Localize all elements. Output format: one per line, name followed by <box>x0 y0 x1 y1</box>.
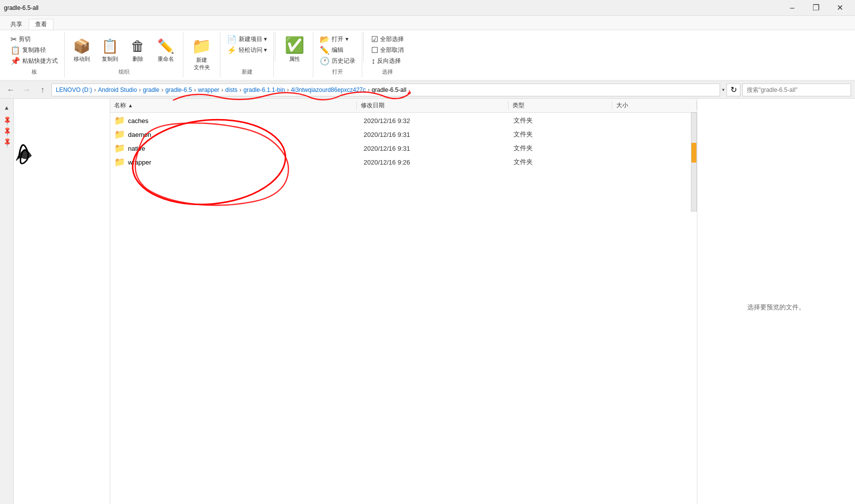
col-header-size[interactable]: 大小 <box>612 101 697 110</box>
scroll-thumb <box>691 143 696 163</box>
file-date-wrapper: 2020/12/16 9:26 <box>364 159 513 166</box>
select-all-icon: ☑ <box>371 36 378 43</box>
table-row[interactable]: 📁 caches 2020/12/16 9:32 文件夹 <box>110 114 697 127</box>
move-icon: 📦 <box>73 38 90 54</box>
file-type-native: 文件夹 <box>513 144 613 153</box>
sidebar-nav: ▲ 📌 📌 📌 <box>0 99 14 504</box>
search-input[interactable] <box>742 84 851 96</box>
title-bar: gradle-6.5-all – ❐ ✕ <box>0 0 855 16</box>
new-folder-buttons: 📁 新建文件夹 <box>187 34 216 74</box>
new-folder-button[interactable]: 📁 新建文件夹 <box>187 35 216 73</box>
table-row[interactable]: 📁 native 2020/12/16 9:31 文件夹 <box>110 141 697 155</box>
breadcrumb-current: gradle-6.5-all <box>372 86 406 93</box>
breadcrumb-gradle611bin[interactable]: gradle-6.1.1-bin <box>244 86 285 93</box>
copy-path-icon: 📋 <box>10 46 20 54</box>
properties-button[interactable]: ✅ 属性 <box>280 34 309 64</box>
breadcrumb-gradle[interactable]: gradle <box>143 86 159 93</box>
clipboard-buttons: ✂ 剪切 📋 复制路径 📌 粘贴快捷方式 <box>8 34 60 66</box>
breadcrumb-gradle65[interactable]: gradle-6.5 <box>165 86 192 93</box>
file-name-daemon: 📁 daemon <box>114 129 364 140</box>
back-button[interactable]: ← <box>4 83 18 97</box>
table-row[interactable]: 📁 wrapper 2020/12/16 9:26 文件夹 <box>110 155 697 169</box>
select-all-button[interactable]: ☑ 全部选择 <box>369 34 406 44</box>
window-title: gradle-6.5-all <box>4 4 39 11</box>
ribbon-group-clipboard: ✂ 剪切 📋 复制路径 📌 粘贴快捷方式 板 <box>4 32 65 78</box>
restore-button[interactable]: ❐ <box>805 0 827 15</box>
tab-view[interactable]: 查看 <box>29 19 53 30</box>
folder-icon-wrapper: 📁 <box>114 157 125 168</box>
clipboard-small-group: ✂ 剪切 📋 复制路径 📌 粘贴快捷方式 <box>8 34 60 66</box>
copy-to-button[interactable]: 📋 复制到 <box>97 37 123 64</box>
cut-button[interactable]: ✂ 剪切 <box>8 34 60 44</box>
ribbon-group-properties: ✅ 属性 <box>276 32 313 78</box>
file-name-wrapper: 📁 wrapper <box>114 157 364 168</box>
breadcrumb-dists[interactable]: dists <box>225 86 238 93</box>
forward-button[interactable]: → <box>20 83 34 97</box>
ribbon-group-organize: 📦 移动到 📋 复制到 🗑 删除 ✏️ 重命名 <box>65 32 183 78</box>
file-type-daemon: 文件夹 <box>513 130 613 139</box>
ribbon-content: ✂ 剪切 📋 复制路径 📌 粘贴快捷方式 板 <box>0 30 855 80</box>
new-item-icon: 📄 <box>227 36 237 43</box>
copy-to-icon: 📋 <box>101 38 119 54</box>
file-name-caches: 📁 caches <box>114 115 364 126</box>
deselect-all-button[interactable]: ☐ 全部取消 <box>369 45 406 55</box>
cut-icon: ✂ <box>10 36 17 43</box>
file-date-native: 2020/12/16 9:31 <box>364 145 513 152</box>
move-to-button[interactable]: 📦 移动到 <box>69 37 95 64</box>
invert-selection-icon: ↕ <box>371 57 375 65</box>
tab-share[interactable]: 共享 <box>4 19 29 30</box>
open-button[interactable]: 📂 打开 ▾ <box>317 34 358 44</box>
table-row[interactable]: 📁 daemon 2020/12/16 9:31 文件夹 <box>110 127 697 141</box>
vertical-scrollbar[interactable] <box>691 113 697 211</box>
breadcrumb-hash[interactable]: 4i3ntwqiazourd86epxcz427c <box>291 86 366 93</box>
organize-btn-group: 📦 移动到 📋 复制到 🗑 删除 ✏️ 重命名 <box>69 37 179 64</box>
col-header-date[interactable]: 修改日期 <box>357 101 508 110</box>
file-column-headers: 名称 ▲ 修改日期 类型 大小 <box>110 99 697 113</box>
col-header-type[interactable]: 类型 <box>509 101 612 110</box>
file-list: 📁 caches 2020/12/16 9:32 文件夹 📁 daemon 20… <box>110 113 697 504</box>
up-button[interactable]: ↑ <box>36 83 49 97</box>
breadcrumb-android-studio[interactable]: Android Studio <box>98 86 137 93</box>
rename-button[interactable]: ✏️ 重命名 <box>153 37 179 64</box>
sidebar-expand-up[interactable]: ▲ <box>0 101 14 115</box>
minimize-button[interactable]: – <box>781 0 804 15</box>
col-header-name[interactable]: 名称 ▲ <box>110 101 357 110</box>
open-icon: 📂 <box>320 36 330 43</box>
ribbon-group-select: ☑ 全部选择 ☐ 全部取消 ↕ 反向选择 选择 <box>365 32 410 78</box>
folder-icon-caches: 📁 <box>114 115 125 126</box>
edit-icon: ✏️ <box>320 46 330 54</box>
folder-icon-native: 📁 <box>114 143 125 154</box>
organize-label: 组织 <box>119 66 129 76</box>
deselect-all-icon: ☐ <box>371 46 378 54</box>
new-item-buttons: 📄 新建项目 ▾ ⚡ 轻松访问 ▾ <box>224 34 269 55</box>
history-button[interactable]: 🕐 历史记录 <box>317 56 358 66</box>
invert-selection-button[interactable]: ↕ 反向选择 <box>369 56 406 66</box>
main-area: ▲ 📌 📌 📌 名称 ▲ 修改日期 类型 <box>0 99 855 504</box>
close-button[interactable]: ✕ <box>828 0 851 15</box>
edit-button[interactable]: ✏️ 编辑 <box>317 45 358 55</box>
breadcrumb[interactable]: LENOVO (D:) › Android Studio › gradle › … <box>51 84 720 96</box>
file-name-native: 📁 native <box>114 143 364 154</box>
breadcrumb-drive[interactable]: LENOVO (D:) <box>56 86 92 93</box>
file-area: 名称 ▲ 修改日期 类型 大小 📁 caches <box>110 99 697 504</box>
file-type-caches: 文件夹 <box>513 116 613 125</box>
breadcrumb-dropdown[interactable]: ▾ <box>722 87 725 92</box>
open-buttons: 📂 打开 ▾ ✏️ 编辑 🕐 历史记录 <box>317 34 358 66</box>
breadcrumb-wrapper[interactable]: wrapper <box>198 86 219 93</box>
left-panel <box>14 99 110 504</box>
new-item-button[interactable]: 📄 新建项目 ▾ <box>224 34 269 44</box>
ribbon-tab-list: 共享 查看 <box>0 18 855 30</box>
copy-path-button[interactable]: 📋 复制路径 <box>8 45 60 55</box>
pin-button-3[interactable]: 📌 <box>0 135 14 149</box>
history-icon: 🕐 <box>320 57 330 65</box>
open-label: 打开 <box>332 66 343 76</box>
address-bar: ← → ↑ LENOVO (D:) › Android Studio › gra… <box>0 81 855 99</box>
refresh-button[interactable]: ↻ <box>727 84 740 96</box>
clipboard-label: 板 <box>32 66 37 76</box>
delete-button[interactable]: 🗑 删除 <box>125 37 151 64</box>
new-label: 新建 <box>242 66 253 76</box>
easy-access-button[interactable]: ⚡ 轻松访问 ▾ <box>224 45 269 55</box>
paste-shortcut-button[interactable]: 📌 粘贴快捷方式 <box>8 56 60 66</box>
window-controls: – ❐ ✕ <box>781 0 851 15</box>
file-type-wrapper: 文件夹 <box>513 158 613 167</box>
